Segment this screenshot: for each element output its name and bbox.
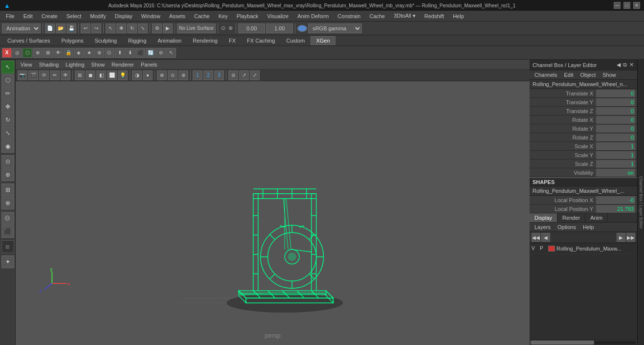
shelf-icon-13[interactable]: ⬇ xyxy=(125,48,135,58)
tab-fx[interactable]: FX xyxy=(223,36,241,45)
menu-redshift[interactable]: Redshift xyxy=(421,12,448,20)
snap-btn-2[interactable]: ⛒ xyxy=(1,212,14,225)
layer-menu-options[interactable]: Options xyxy=(555,224,579,230)
rotate-z-input[interactable] xyxy=(596,134,635,141)
vp-select-btn[interactable]: ↗ xyxy=(239,70,249,80)
render-region-btn[interactable]: ▥ xyxy=(1,240,14,253)
vp-film-btn[interactable]: 🎬 xyxy=(28,70,38,80)
rotate-x-input[interactable] xyxy=(596,116,635,124)
shelf-icon-16[interactable]: ⊘ xyxy=(156,48,166,58)
universal-tool[interactable]: ◉ xyxy=(1,140,14,153)
vp-menu-show[interactable]: Show xyxy=(89,61,108,68)
colorspace-select[interactable]: sRGB gamma xyxy=(308,23,362,33)
layer-menu-layers[interactable]: Layers xyxy=(532,224,554,230)
scrollbar-thumb[interactable] xyxy=(531,341,594,345)
menu-3dtoall[interactable]: 3DtoAll ▾ xyxy=(390,12,420,20)
vp-shaded-btn[interactable]: ◧ xyxy=(96,70,106,80)
horizontal-scrollbar[interactable] xyxy=(530,339,637,345)
shelf-icon-4[interactable]: ⊕ xyxy=(33,48,43,58)
channel-box-float-btn[interactable]: ⧉ xyxy=(622,61,627,69)
soft-mod-tool[interactable]: ⊙ xyxy=(1,155,14,168)
move-tool-button[interactable]: ✥ xyxy=(116,23,126,33)
snap-btn-3[interactable]: ⬛ xyxy=(1,225,14,238)
shelf-icon-12[interactable]: ⬆ xyxy=(115,48,125,58)
snap-btn[interactable]: ⊕ xyxy=(1,197,14,209)
select-tool-left[interactable]: ↖ xyxy=(1,61,14,73)
value1-input[interactable] xyxy=(238,23,265,33)
shelf-icon-9[interactable]: ★ xyxy=(84,48,94,58)
translate-y-input[interactable] xyxy=(596,98,635,106)
shelf-icon-14[interactable]: ⬛ xyxy=(135,48,145,58)
vp-camera-btn[interactable]: 📷 xyxy=(18,70,27,80)
shelf-icon-11[interactable]: ⛒ xyxy=(105,48,114,58)
vp-menu-panels[interactable]: Panels xyxy=(138,61,160,68)
tab-sculpting[interactable]: Sculpting xyxy=(89,36,122,45)
layer-menu-help[interactable]: Help xyxy=(580,224,597,230)
vp-res-med-btn[interactable]: 2 xyxy=(203,70,213,80)
translate-x-input[interactable] xyxy=(596,90,635,97)
vp-ao-btn[interactable]: ● xyxy=(143,70,153,80)
show-manip-tool[interactable]: ⊕ xyxy=(1,168,14,181)
scale-x-input[interactable] xyxy=(596,142,635,150)
vp-paint-btn[interactable]: ✏ xyxy=(50,70,60,80)
shelf-icon-10[interactable]: ⊛ xyxy=(94,48,104,58)
layer-nav-btn-2[interactable]: ◀ xyxy=(541,233,550,242)
menu-animdeform[interactable]: Anim Deform xyxy=(293,12,333,20)
vp-menu-shading[interactable]: Shading xyxy=(36,61,62,68)
tab-xgen[interactable]: XGen xyxy=(311,36,335,45)
menu-create[interactable]: Create xyxy=(38,12,62,20)
attribute-editor-strip[interactable]: Channel Box / Layer Editor xyxy=(637,60,644,345)
vp-cycle-btn[interactable]: ⟳ xyxy=(39,70,49,80)
vp-textured-btn[interactable]: ⬜ xyxy=(107,70,117,80)
menu-window[interactable]: Window xyxy=(137,12,164,20)
shelf-icon-2[interactable]: ◎ xyxy=(12,48,22,58)
shelf-icon-3[interactable]: ⬡ xyxy=(22,48,32,58)
display-tab-render[interactable]: Render xyxy=(557,213,585,222)
undo-button[interactable]: ↩ xyxy=(81,23,90,33)
scrollbar-track[interactable] xyxy=(531,341,636,345)
menu-help[interactable]: Help xyxy=(449,12,468,20)
vp-hud-btn[interactable]: ⊙ xyxy=(168,70,178,80)
vp-grid-btn[interactable]: ⊕ xyxy=(157,70,167,80)
rotate-tool-left[interactable]: ↻ xyxy=(1,114,14,126)
tab-rendering[interactable]: Rendering xyxy=(187,36,223,45)
vp-nurbs-btn[interactable]: ⤢ xyxy=(250,70,260,80)
select-tool-button[interactable]: ↖ xyxy=(106,23,115,33)
vp-xray-btn[interactable]: ⊘ xyxy=(228,70,238,80)
tab-rigging[interactable]: Rigging xyxy=(123,36,152,45)
vp-wireframe-btn[interactable]: ⊞ xyxy=(75,70,85,80)
vp-light-btn[interactable]: 💡 xyxy=(118,70,128,80)
move-tool-left[interactable]: ✥ xyxy=(1,100,14,113)
layer-item[interactable]: V P Rolling_Pendulum_Maxw... xyxy=(530,243,637,254)
shelf-icon-15[interactable]: 🔄 xyxy=(146,48,155,58)
menu-select[interactable]: Select xyxy=(63,12,86,20)
render-settings-button[interactable]: ⚙ xyxy=(152,23,162,33)
tab-curves-surfaces[interactable]: Curves / Surfaces xyxy=(2,36,55,45)
shelf-icon-17[interactable]: ↖ xyxy=(166,48,176,58)
vp-menu-lighting[interactable]: Lighting xyxy=(63,61,88,68)
menu-key[interactable]: Key xyxy=(215,12,232,20)
menu-visualize[interactable]: Visualize xyxy=(263,12,292,20)
maximize-button[interactable]: □ xyxy=(623,2,630,9)
tab-animation[interactable]: Animation xyxy=(152,36,187,45)
rotate-y-input[interactable] xyxy=(596,125,635,133)
animation-preset-select[interactable]: Animation xyxy=(2,23,41,33)
display-tab-anim[interactable]: Anim xyxy=(585,213,608,222)
close-button[interactable]: ✕ xyxy=(633,2,640,9)
gimbal-btn[interactable]: ✦ xyxy=(1,255,14,268)
tab-custom[interactable]: Custom xyxy=(281,36,311,45)
menu-assets[interactable]: Assets xyxy=(165,12,189,20)
open-scene-button[interactable]: 📂 xyxy=(56,23,66,33)
vp-menu-renderer[interactable]: Renderer xyxy=(109,61,137,68)
scale-z-input[interactable] xyxy=(596,160,635,168)
value2-input[interactable] xyxy=(266,23,293,33)
display-tab-display[interactable]: Display xyxy=(530,213,557,222)
local-pos-y-input[interactable] xyxy=(596,205,635,213)
cb-menu-show[interactable]: Show xyxy=(600,71,619,78)
scale-y-input[interactable] xyxy=(596,151,635,159)
vp-res-low-btn[interactable]: 1 xyxy=(193,70,202,80)
rotate-tool-button[interactable]: ↻ xyxy=(127,23,137,33)
menu-cache2[interactable]: Cache xyxy=(365,12,389,20)
shelf-icon-8[interactable]: ◈ xyxy=(74,48,84,58)
menu-constrain[interactable]: Constrain xyxy=(333,12,364,20)
